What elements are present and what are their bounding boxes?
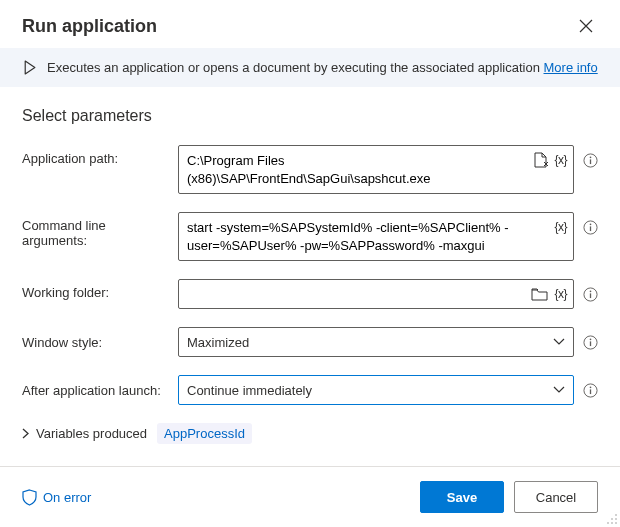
chevron-right-icon [22,428,30,439]
info-icon [583,287,598,302]
select-value: Maximized [187,335,553,350]
on-error-link[interactable]: On error [22,489,91,506]
chevron-down-icon [553,338,565,346]
folder-icon [531,287,548,301]
dialog-body: Select parameters Application path: {x} [0,87,620,466]
application-path-input[interactable] [179,146,533,193]
label-working-folder: Working folder: [22,279,170,300]
insert-variable-button[interactable]: {x} [554,151,567,169]
svg-point-18 [607,522,609,524]
after-launch-select[interactable]: Continue immediately [178,375,574,405]
working-folder-input[interactable] [179,280,531,308]
svg-point-10 [589,338,591,340]
info-button[interactable] [582,334,598,350]
variables-produced-toggle[interactable]: Variables produced [22,426,147,441]
dialog-header: Run application [0,0,620,48]
resize-grip-icon[interactable] [606,513,618,525]
label-command-line-arguments: Command line arguments: [22,212,170,248]
svg-point-15 [615,514,617,516]
close-button[interactable] [574,14,598,38]
cancel-button[interactable]: Cancel [514,481,598,513]
footer-actions: Save Cancel [420,481,598,513]
dialog-title: Run application [22,16,157,37]
insert-variable-button[interactable]: {x} [554,285,567,303]
info-button[interactable] [582,286,598,302]
svg-rect-5 [589,226,590,231]
svg-point-20 [615,522,617,524]
chevron-down-icon [553,386,565,394]
run-application-dialog: Run application Executes an application … [0,0,620,527]
variables-produced-row: Variables produced AppProcessId [22,423,598,444]
command-line-arguments-input[interactable] [179,213,554,260]
file-icon [533,152,548,168]
label-application-path: Application path: [22,145,170,166]
info-icon [583,220,598,235]
variable-icon: {x} [554,153,567,167]
banner-text: Executes an application or opens a docum… [47,60,598,75]
label-after-launch: After application launch: [22,383,170,398]
shield-icon [22,489,37,506]
svg-rect-14 [589,389,590,394]
field-working-folder: Working folder: {x} [22,279,598,309]
svg-point-19 [611,522,613,524]
svg-rect-2 [589,159,590,164]
insert-variable-button[interactable]: {x} [554,218,567,236]
info-button[interactable] [582,219,598,235]
info-icon [583,153,598,168]
svg-point-16 [611,518,613,520]
section-title: Select parameters [22,107,598,125]
save-button[interactable]: Save [420,481,504,513]
info-button[interactable] [582,152,598,168]
close-icon [579,19,593,33]
svg-point-4 [589,223,591,225]
svg-rect-11 [589,341,590,346]
info-icon [583,335,598,350]
select-value: Continue immediately [187,383,553,398]
svg-rect-8 [589,293,590,298]
variable-icon: {x} [554,220,567,234]
field-window-style: Window style: Maximized [22,327,598,357]
variable-chip[interactable]: AppProcessId [157,423,252,444]
run-icon [22,60,37,75]
field-command-line-arguments: Command line arguments: {x} [22,212,598,261]
more-info-link[interactable]: More info [544,60,598,75]
info-button[interactable] [582,382,598,398]
on-error-label: On error [43,490,91,505]
info-banner: Executes an application or opens a docum… [0,48,620,87]
field-after-launch: After application launch: Continue immed… [22,375,598,405]
variables-produced-label: Variables produced [36,426,147,441]
svg-point-1 [589,156,591,158]
svg-point-7 [589,290,591,292]
variable-icon: {x} [554,287,567,301]
browse-file-button[interactable] [533,151,548,169]
info-icon [583,383,598,398]
label-window-style: Window style: [22,335,170,350]
dialog-footer: On error Save Cancel [0,466,620,527]
svg-point-13 [589,386,591,388]
svg-point-17 [615,518,617,520]
field-application-path: Application path: {x} [22,145,598,194]
window-style-select[interactable]: Maximized [178,327,574,357]
browse-folder-button[interactable] [531,285,548,303]
